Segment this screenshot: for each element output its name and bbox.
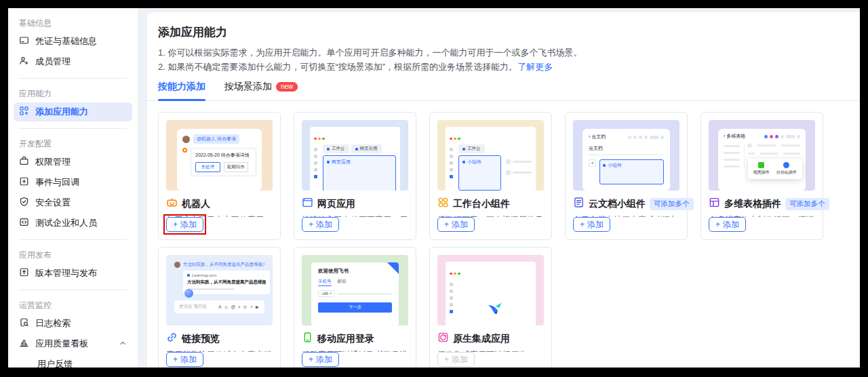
mock-plugin-label: 自动化插件	[776, 170, 797, 176]
sidebar-item-label: 测试企业和人员	[35, 217, 97, 229]
plus-icon: +	[444, 354, 449, 365]
capability-card-robot: @机器人 待办事项 2022-05-20 待办事项详情 去处理延期待办 机器人 …	[158, 112, 281, 240]
sidebar-divider	[19, 128, 127, 129]
doc-widget-icon	[573, 197, 585, 211]
mock-plugin-card: 视图插件 自动化插件	[748, 159, 802, 179]
sidebar-item-security[interactable]: 安全设置	[14, 193, 132, 212]
workplace-widget-preview-image: 工作台 小组件	[437, 120, 544, 191]
mobile-phone-icon	[302, 332, 313, 346]
capability-card-base-plugin: ‹ 多维表格 视图插件 自动化插件	[701, 112, 823, 240]
add-robot-button[interactable]: +添加	[166, 217, 203, 232]
square-plus-icon	[19, 176, 29, 188]
add-button-label: 添加	[723, 219, 739, 230]
mobile-login-preview-image: 欢迎使用飞书 手机号 邮箱 +86 ˅ 下一步	[302, 255, 408, 325]
add-base-plugin-button[interactable]: +添加	[709, 217, 746, 232]
mock-button: 去处理	[195, 162, 220, 172]
sidebar-item-events[interactable]: 事件与回调	[14, 173, 132, 192]
view-plugin-icon	[758, 162, 764, 168]
new-badge: new	[276, 82, 298, 92]
add-workplace-widget-button[interactable]: +添加	[437, 217, 475, 232]
tab-label: 按能力添加	[158, 81, 205, 93]
sidebar-item-label: 版本管理与发布	[35, 267, 97, 279]
add-link-preview-button[interactable]: +添加	[166, 352, 203, 367]
plus-icon: +	[715, 219, 720, 230]
mock-next-button: 下一步	[318, 302, 392, 313]
mock-back-label: ‹ 云文档	[589, 134, 606, 140]
robot-avatar-icon	[182, 148, 187, 153]
mock-content-label: 网页应用	[332, 159, 351, 165]
mock-message-card: 2022-05-20 待办事项详情 去处理延期待办	[191, 148, 256, 176]
sidebar-item-credentials[interactable]: 凭证与基础信息	[14, 32, 132, 51]
four-squares-icon	[437, 197, 449, 211]
sidebar-item-label: 应用质量看板	[35, 338, 88, 350]
mock-plugin-label: 视图插件	[753, 170, 770, 176]
sidebar-item-test-users[interactable]: 测试企业和人员	[14, 214, 132, 233]
tab-by-capability[interactable]: 按能力添加	[158, 81, 205, 100]
sidebar-section-capability: 应用能力	[8, 88, 138, 100]
capability-card-docs-widget: ‹ 云文档 云文档 + 小组件 云文档小组件 可添加多个 在云文档中扩展内容或者…	[565, 112, 688, 240]
capability-card-workplace-widget: 工作台 小组件 工作台小组件 将数据图表、图文资讯等信息通过小组件添	[429, 112, 552, 240]
mock-headline: 方法到实践，从不同角度提高产品思维能力！	[187, 279, 266, 285]
card-title: 网页应用	[317, 198, 355, 210]
id-card-icon	[19, 35, 29, 47]
browser-icon	[302, 197, 313, 211]
avatar	[182, 136, 190, 143]
description-line-1: 1. 你可以根据实际需求，为应用开启能力。单个应用可开启多种能力，一个能力可用于…	[158, 45, 849, 60]
card-title: 原生集成应用	[453, 333, 510, 345]
mock-welcome-title: 欢迎使用飞书	[318, 268, 392, 275]
sidebar-item-add-capability[interactable]: 添加应用能力	[14, 102, 132, 121]
log-search-icon	[19, 317, 29, 330]
webapp-preview-image: 工作台 网页应用 网页应用	[302, 120, 408, 191]
sidebar-item-user-feedback[interactable]: 用户反馈	[14, 355, 132, 368]
link-icon	[166, 332, 178, 346]
sidebar-item-permissions[interactable]: 权限管理	[14, 153, 132, 172]
base-plugin-preview-image: ‹ 多维表格 视图插件 自动化插件	[709, 120, 815, 191]
code-box-icon	[19, 217, 29, 229]
sidebar-item-label: 事件与回调	[35, 176, 79, 188]
card-title: 云文档小组件	[589, 198, 646, 210]
sidebar: 基础信息 凭证与基础信息 成员管理 应用能力 添加应用能力 开发配置 权限管理 …	[8, 8, 138, 368]
mock-tab: 工作台	[332, 146, 345, 152]
sidebar-item-version[interactable]: 版本管理与发布	[14, 264, 132, 283]
card-title: 工作台小组件	[453, 198, 510, 210]
add-button-label: 添加	[180, 219, 197, 230]
add-native-app-button-disabled[interactable]: +添加	[437, 352, 475, 367]
sidebar-item-logs[interactable]: 日志检索	[14, 314, 132, 333]
sidebar-divider	[19, 239, 127, 240]
main-panel: 添加应用能力 1. 你可以根据实际需求，为应用开启能力。单个应用可开启多种能力，…	[147, 12, 860, 368]
sidebar-item-label: 安全设置	[35, 197, 71, 209]
mock-content-label: 小组件	[467, 159, 481, 165]
avatar	[174, 262, 180, 268]
sidebar-item-label: 成员管理	[35, 56, 71, 68]
tab-by-scenario[interactable]: 按场景添加new	[224, 81, 298, 100]
add-webapp-button[interactable]: +添加	[302, 217, 339, 232]
chevron-up-icon[interactable]	[119, 339, 127, 349]
add-button-label: 添加	[316, 219, 332, 230]
mock-button: 延期待办	[224, 162, 249, 172]
add-mobile-login-button[interactable]: +添加	[302, 352, 339, 367]
app-window: 基础信息 凭证与基础信息 成员管理 应用能力 添加应用能力 开发配置 权限管理 …	[8, 8, 860, 368]
page-title: 添加应用能力	[158, 24, 849, 40]
sidebar-item-members[interactable]: 成员管理	[14, 52, 132, 71]
mock-mention-pill: @机器人 待办事项	[193, 134, 239, 144]
native-app-preview-image	[437, 255, 544, 325]
mock-tab: 网页应用	[360, 146, 378, 152]
briefcase-lock-icon	[19, 156, 29, 168]
mock-tab: 邮箱	[338, 279, 347, 286]
add-button-label: 添加	[316, 354, 332, 365]
capability-card-native-app: 原生集成应用 原生集成应用可以把原生 SDK 集成到飞书本地，并调用其中的对应方…	[429, 247, 552, 368]
sidebar-item-label: 日志检索	[35, 317, 71, 330]
grid-plus-icon	[19, 106, 29, 118]
sidebar-section-monitor: 运营监控	[8, 300, 138, 311]
learn-more-link[interactable]: 了解更多	[517, 62, 553, 72]
mock-tab: 手机号	[318, 279, 332, 286]
window-dots	[450, 265, 532, 277]
sidebar-item-quality-dashboard[interactable]: 应用质量看板	[14, 334, 132, 353]
sidebar-item-label: 凭证与基础信息	[35, 35, 97, 47]
add-docs-widget-button[interactable]: +添加	[573, 217, 610, 232]
shield-check-icon	[19, 197, 29, 209]
mock-link-card: Learning.com··· 方法到实践，从不同角度提高产品思维能力！	[183, 271, 270, 294]
bar-chart-icon	[19, 338, 29, 350]
sidebar-item-label: 添加应用能力	[35, 106, 88, 118]
mock-card-title: 2022-05-20 待办事项详情	[195, 152, 252, 159]
